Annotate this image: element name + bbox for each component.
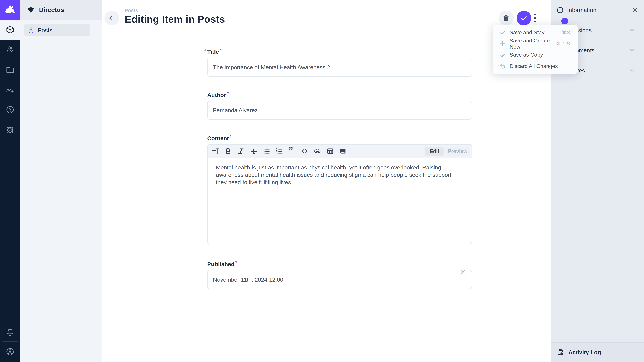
close-sidebar-button[interactable] [631,6,638,14]
project-name: Directus [39,6,64,13]
numbered-list-button[interactable]: 123 [276,147,283,155]
kebab-menu-icon [534,13,536,15]
module-bar [0,0,20,362]
svg-text:”: ” [288,147,293,155]
author-input[interactable] [207,101,472,120]
menu-item-save-and-stay[interactable]: Save and Stay ⌘S [492,27,578,38]
arrow-left-icon [108,14,116,22]
strikethrough-button[interactable] [250,147,258,155]
menu-item-discard-all-changes[interactable]: Discard All Changes [492,60,578,72]
database-icon [28,27,34,33]
undo-icon [499,63,506,69]
info-icon [556,6,564,13]
activity-log-label: Activity Log [568,349,601,356]
folder-icon [6,65,14,74]
published-label: Published* [207,259,472,266]
help-icon [6,105,14,114]
project-header[interactable]: Directus [20,0,102,20]
nav-item-label: Posts [38,27,52,34]
chevron-down-icon [629,47,636,54]
breadcrumb[interactable]: Posts [125,8,138,13]
sidebar-section-information[interactable]: Information [550,0,644,20]
bell-icon [6,328,14,337]
trash-icon [502,14,510,22]
page-title: Editing Item in Posts [125,13,225,25]
delete-button[interactable] [499,10,514,25]
account-button[interactable] [0,342,20,362]
check-icon [520,14,528,22]
shortcut-hint: ⌘⇧S [557,41,570,46]
box-icon [6,25,14,34]
close-icon [631,6,638,14]
content-label: Content* [207,133,472,140]
main-content: Posts Editing Item in Posts Title* Autho… [102,0,550,362]
field-author: Author* [207,90,472,120]
editor-mode-tabs: Edit Preview [425,147,470,156]
module-help[interactable] [0,100,20,120]
content-textarea[interactable]: Mental health is just as important as ph… [208,158,472,186]
bold-button[interactable] [224,147,232,155]
back-button[interactable] [104,11,119,25]
close-icon [460,269,466,276]
module-insights[interactable] [0,80,20,99]
double-check-icon [499,52,506,58]
module-user-directory[interactable] [0,39,20,59]
markdown-editor: 123 ” Edit Preview [207,144,472,244]
edited-indicator-dot [204,49,206,51]
title-label: Title* [207,46,472,54]
tab-edit[interactable]: Edit [425,147,444,156]
bulleted-list-button[interactable] [263,147,270,155]
required-mark: * [220,48,222,53]
title-input[interactable] [207,58,472,77]
editor-toolbar: 123 ” Edit Preview [208,145,472,158]
project-logo-icon [27,7,35,13]
save-options-menu: Save and Stay ⌘S Save and Create New ⌘⇧S… [492,25,578,74]
table-button[interactable] [326,147,334,155]
module-file-library[interactable] [0,60,20,79]
required-mark: * [227,91,228,96]
module-content[interactable] [0,20,20,39]
notifications-button[interactable] [0,323,20,342]
menu-item-save-as-copy[interactable]: Save as Copy [492,49,578,60]
svg-text:3: 3 [276,152,278,155]
published-input[interactable] [207,270,472,289]
author-label: Author* [207,90,472,97]
field-content: Content* 123 [207,133,472,244]
account-icon [6,348,14,356]
required-mark: * [235,260,237,265]
activity-log-icon [556,349,564,356]
plus-icon [499,40,506,47]
shortcut-hint: ⌘S [561,29,570,35]
blockquote-button[interactable]: ” [288,147,296,155]
directus-logo[interactable] [0,0,20,20]
text-size-button[interactable] [212,147,219,155]
save-button[interactable] [516,11,531,25]
image-button[interactable] [339,147,347,155]
activity-log-button[interactable]: Activity Log [550,342,644,362]
gear-icon [6,125,14,134]
module-settings[interactable] [0,120,20,140]
code-button[interactable] [301,147,308,155]
clear-date-button[interactable] [460,269,466,276]
check-icon [499,29,506,36]
chevron-down-icon [629,67,636,74]
purple-indicator-dot [561,18,568,24]
nav-item-posts[interactable]: Posts [24,24,90,36]
tab-preview[interactable]: Preview [446,147,470,156]
link-button[interactable] [314,147,321,155]
menu-item-save-and-create-new[interactable]: Save and Create New ⌘⇧S [492,38,578,49]
field-published: Published* [207,259,472,289]
field-title: Title* [207,46,472,77]
italic-button[interactable] [237,147,245,155]
rabbit-logo-icon [4,3,16,16]
insights-icon [6,85,14,94]
users-icon [6,45,14,54]
required-mark: * [230,134,232,139]
chevron-down-icon [629,27,636,33]
navigation-sidebar: Directus Posts [20,0,102,362]
sidebar-title: Information [567,7,596,13]
